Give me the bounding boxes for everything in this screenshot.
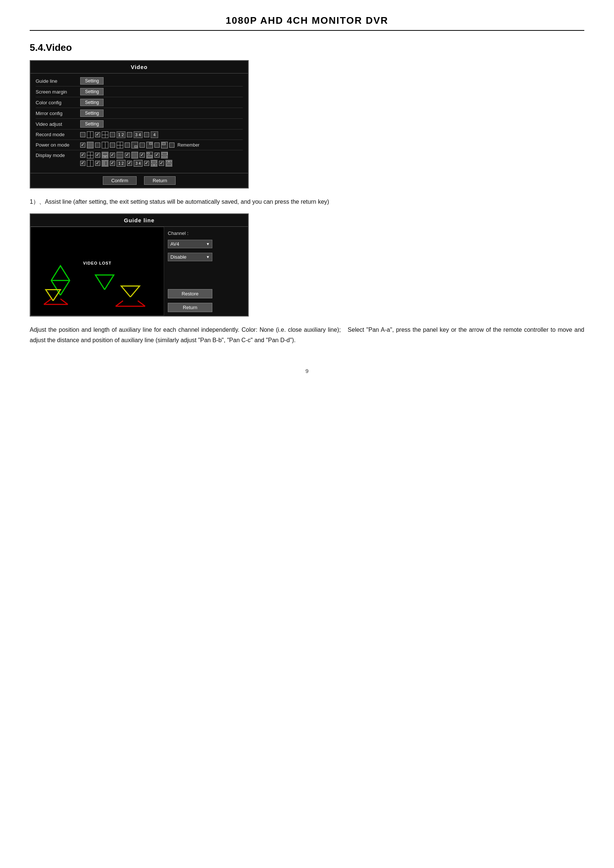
screen-margin-row: Screen margin Setting: [36, 87, 243, 97]
disp-chk-7[interactable]: [80, 161, 85, 166]
guide-line-panel: Guide line VIDEO LOST: [30, 213, 249, 316]
disp-icon-3: [116, 152, 123, 158]
record-mode-row: Record mode 1 2 3 4 4: [36, 130, 243, 140]
record-chk-2[interactable]: [95, 132, 100, 137]
disp-icon-5: [146, 152, 153, 158]
power-chk-4[interactable]: [125, 143, 130, 148]
disp-chk-1[interactable]: [80, 152, 85, 158]
power-icon-pip2: [146, 142, 153, 149]
power-on-mode-label: Power on mode: [36, 142, 80, 148]
video-adjust-row: Video adjust Setting: [36, 119, 243, 130]
mirror-config-setting-btn[interactable]: Setting: [80, 110, 104, 117]
power-on-mode-row: Power on mode: [36, 140, 243, 150]
disp-chk-3[interactable]: [110, 152, 115, 158]
power-chk-6[interactable]: [154, 143, 160, 148]
video-panel-body: Guide line Setting Screen margin Setting…: [31, 73, 248, 173]
power-chk-5[interactable]: [140, 143, 145, 148]
guide-lines-svg: [31, 227, 164, 315]
disp-icon-8: [102, 160, 109, 167]
disp-icon-7: [87, 160, 93, 167]
channel-label: Channel :: [168, 231, 244, 236]
section-heading: 5.4.Video: [30, 42, 584, 53]
svg-line-6: [138, 301, 145, 307]
record-chk-3[interactable]: [110, 132, 115, 137]
disp-icon-4: [132, 152, 138, 158]
disp-chk-2[interactable]: [95, 152, 100, 158]
guide-controls: Channel : AV4 ▼ Disable ▼ Restore Return: [164, 227, 248, 316]
color-config-label: Color config: [36, 100, 80, 105]
page-number: 9: [30, 368, 584, 374]
mirror-config-label: Mirror config: [36, 111, 80, 116]
record-icon-t1: 1 2: [116, 131, 126, 138]
guide-line-label: Guide line: [36, 78, 80, 84]
video-adjust-label: Video adjust: [36, 121, 80, 127]
display-mode-row2-icons: 1 2 3 4: [80, 160, 172, 167]
disable-dropdown-arrow: ▼: [206, 255, 210, 259]
record-icon-t3: 4: [151, 131, 158, 138]
disp-chk-9[interactable]: [110, 161, 115, 166]
power-on-mode-icons: Remember: [80, 142, 199, 149]
record-chk-1[interactable]: [80, 132, 85, 137]
disable-value: Disable: [171, 254, 186, 260]
bottom-description-text: Adjust the position and length of auxili…: [30, 325, 584, 346]
page-title: 1080P AHD 4CH MONITOR DVR: [30, 15, 584, 26]
display-mode-label: Display mode: [36, 152, 80, 158]
power-icon-1: [87, 142, 93, 149]
power-icon-4: [116, 142, 123, 149]
power-icon-pip: [132, 142, 138, 149]
disp-chk-4[interactable]: [125, 152, 130, 158]
disp-chk-5[interactable]: [140, 152, 145, 158]
record-icon-2split: [87, 131, 93, 138]
record-mode-label: Record mode: [36, 132, 80, 137]
disp-icon-6: [161, 152, 168, 158]
power-chk-7[interactable]: [169, 143, 174, 148]
disp-chk-11[interactable]: [144, 161, 149, 166]
power-chk-1[interactable]: [80, 143, 85, 148]
title-divider: [30, 30, 584, 31]
guide-line-setting-btn[interactable]: Setting: [80, 77, 104, 85]
display-mode-icons-row1: [80, 152, 168, 158]
video-panel-title: Video: [31, 61, 248, 73]
disable-dropdown[interactable]: Disable ▼: [168, 253, 212, 261]
display-mode-icons-row2: 1 2 3 4: [80, 160, 243, 167]
screen-margin-label: Screen margin: [36, 89, 80, 95]
guide-preview-area: VIDEO LOST: [31, 227, 164, 316]
mirror-config-row: Mirror config Setting: [36, 108, 243, 119]
svg-line-5: [116, 301, 123, 307]
channel-dropdown[interactable]: AV4 ▼: [168, 240, 212, 248]
confirm-button[interactable]: Confirm: [103, 176, 137, 185]
power-chk-3[interactable]: [110, 143, 115, 148]
guide-line-row: Guide line Setting: [36, 76, 243, 87]
color-config-row: Color config Setting: [36, 97, 243, 108]
remember-label: Remember: [177, 143, 199, 148]
return-button[interactable]: Return: [144, 176, 175, 185]
power-icon-2: [102, 142, 109, 149]
guide-return-button[interactable]: Return: [168, 303, 212, 312]
disp-icon-2: [102, 152, 109, 158]
record-icon-t2: 3 4: [133, 131, 143, 138]
power-chk-2[interactable]: [95, 143, 100, 148]
disp-icon-12: [166, 160, 172, 167]
disp-chk-8[interactable]: [95, 161, 100, 166]
disp-chk-12[interactable]: [159, 161, 164, 166]
disp-chk-10[interactable]: [127, 161, 132, 166]
video-adjust-setting-btn[interactable]: Setting: [80, 120, 104, 128]
disp-icon-11: [151, 160, 157, 167]
color-config-setting-btn[interactable]: Setting: [80, 99, 104, 106]
record-icon-4split: [102, 131, 109, 138]
restore-button[interactable]: Restore: [168, 289, 212, 298]
channel-value: AV4: [171, 241, 179, 247]
power-icon-t: [161, 142, 168, 149]
channel-dropdown-arrow: ▼: [206, 242, 210, 246]
screen-margin-setting-btn[interactable]: Setting: [80, 88, 104, 95]
video-panel: Video Guide line Setting Screen margin S…: [30, 60, 249, 189]
record-chk-5[interactable]: [144, 132, 149, 137]
record-chk-4[interactable]: [127, 132, 132, 137]
disp-chk-6[interactable]: [154, 152, 160, 158]
guide-panel-title: Guide line: [31, 214, 248, 227]
svg-line-3: [60, 299, 68, 305]
disp-icon-10: 3 4: [133, 160, 143, 167]
guide-panel-body: VIDEO LOST: [31, 227, 248, 316]
disp-icon-1: [87, 152, 93, 158]
display-mode-row: Display mode: [36, 150, 243, 169]
